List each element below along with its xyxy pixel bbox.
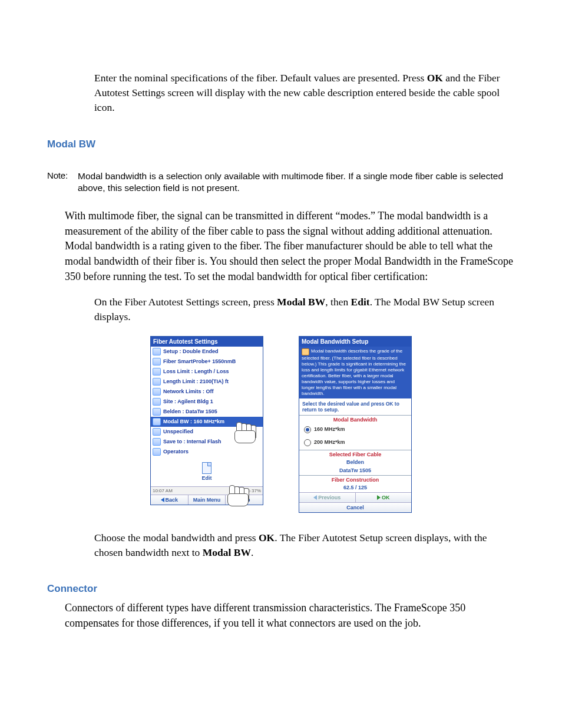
list-item: Loss Limit : Length / Loss	[151, 367, 263, 377]
radio-option: 200 MHz*km	[299, 437, 411, 450]
radio-icon	[304, 439, 311, 446]
list-item-label: Modal BW : 160 MHz*km	[163, 419, 224, 424]
list-item-label: Operators	[163, 449, 189, 454]
note-block: Note: Modal bandwidth is a selection onl…	[47, 170, 515, 195]
ok-keyword: OK	[259, 532, 275, 543]
info-box: Modal bandwidth describes the grade of t…	[299, 347, 411, 398]
section-heading-connector: Connector	[47, 583, 515, 595]
device-button-row: Back Main Menu Help	[151, 495, 263, 505]
battery-label: 49% 37%	[241, 488, 261, 493]
device-screenshot-right: Modal Bandwidth Setup Modal bandwidth de…	[299, 336, 412, 513]
note-text: Modal bandwidth is a selection only avai…	[78, 170, 515, 195]
loss-icon	[153, 368, 161, 375]
network-icon	[153, 388, 161, 396]
list-item-label: Length Limit : 2100(TIA) ft	[163, 378, 229, 384]
cable-model: DataTw 1505	[299, 467, 411, 475]
list-item-label: Save to : Internal Flash	[163, 439, 222, 444]
connector-paragraph: Connectors of different types have diffe…	[65, 601, 515, 631]
btn-label: Previous	[318, 495, 340, 500]
radio-label: 200 MHz*km	[314, 439, 345, 445]
list-item: Setup : Double Ended	[151, 347, 263, 357]
list-item: Network Limits : Off	[151, 387, 263, 397]
figure-row: Fiber Autotest Settings Setup : Double E…	[47, 336, 515, 513]
step3-part1: Enter the nominal specifications of the …	[94, 72, 427, 84]
setup-icon	[153, 348, 161, 355]
site-icon	[153, 398, 161, 406]
save-icon	[153, 438, 161, 446]
time-label: 10:07 AM	[153, 488, 173, 493]
operators-icon	[153, 448, 161, 456]
modalbw-keyword: Modal BW	[203, 546, 251, 558]
btn-label: OK	[382, 495, 390, 500]
ok-keyword: OK	[427, 72, 443, 84]
list-item: Site : Agilent Bldg 1	[151, 397, 263, 407]
list-item-label: Site : Agilent Bldg 1	[163, 398, 213, 404]
device-button-row: Cancel	[299, 502, 411, 512]
device-statusbar: 10:07 AM 49% 37%	[151, 486, 263, 495]
step2-text: Choose the modal bandwidth and press OK.…	[94, 531, 515, 560]
connector-icon	[153, 428, 161, 436]
list-item: Unspecified	[151, 427, 263, 437]
list-item-label: Unspecified	[163, 429, 193, 434]
fiber-size: 62.5 / 125	[299, 484, 411, 492]
triangle-left-icon	[161, 498, 164, 502]
section-heading: Modal Bandwidth	[299, 415, 411, 424]
radio-option: 160 MHz*km	[299, 424, 411, 437]
step2-part1: Choose the modal bandwidth and press	[94, 532, 259, 543]
list-item: Fiber SmartProbe+ 1550nmB	[151, 357, 263, 367]
info-icon	[302, 348, 309, 355]
device-screenshot-left: Fiber Autotest Settings Setup : Double E…	[150, 336, 263, 505]
list-item: Save to : Internal Flash	[151, 437, 263, 447]
step1-part2: , then	[325, 296, 351, 308]
length-icon	[153, 378, 161, 386]
document-page: Enter the nominal specifications of the …	[0, 0, 562, 689]
cancel-button: Cancel	[299, 503, 411, 512]
document-icon	[202, 462, 211, 474]
list-item-label: Fiber SmartProbe+ 1550nmB	[163, 358, 236, 364]
ok-button: OK	[356, 493, 412, 502]
list-item-label: Network Limits : Off	[163, 388, 214, 394]
list-item: Length Limit : 2100(TIA) ft	[151, 377, 263, 387]
device-title: Fiber Autotest Settings	[151, 337, 263, 347]
list-item-label: Setup : Double Ended	[163, 348, 219, 354]
list-item-label: Belden : DataTw 1505	[163, 409, 217, 414]
info-text: Modal bandwidth describes the grade of t…	[302, 348, 406, 396]
edit-label: Edit	[202, 475, 212, 481]
section-heading: Fiber Construction	[299, 475, 411, 484]
probe-icon	[153, 358, 161, 365]
note-label: Note:	[47, 170, 78, 195]
list-item: Belden : DataTw 1505	[151, 407, 263, 417]
device-button-row: Previous OK	[299, 492, 411, 502]
list-item: Operators	[151, 447, 263, 457]
device-title: Modal Bandwidth Setup	[299, 337, 411, 347]
back-button: Back	[151, 495, 189, 505]
step1-text: On the Fiber Autotest Settings screen, p…	[94, 295, 515, 324]
modal-bw-paragraph: With multimode fiber, the signal can be …	[65, 209, 515, 284]
figure-left-wrap: Fiber Autotest Settings Setup : Double E…	[150, 336, 263, 513]
triangle-right-icon	[377, 495, 381, 500]
btn-label: Back	[166, 497, 178, 503]
cable-icon	[153, 408, 161, 416]
triangle-left-icon	[313, 495, 317, 500]
radio-icon	[304, 426, 311, 433]
edit-keyword: Edit	[351, 296, 370, 308]
section-heading-modal-bw: Modal BW	[47, 139, 515, 150]
edit-area: Edit	[151, 457, 263, 486]
modalbw-icon	[153, 418, 161, 426]
cable-mfr: Belden	[299, 459, 411, 467]
help-button: Help	[226, 495, 263, 505]
list-item-label: Loss Limit : Length / Loss	[163, 368, 229, 374]
instruction-text: Select the desired value and press OK to…	[299, 398, 411, 415]
previous-button: Previous	[299, 493, 356, 502]
section-heading: Selected Fiber Cable	[299, 450, 411, 459]
step1-part1: On the Fiber Autotest Settings screen, p…	[94, 296, 277, 308]
step-text: Enter the nominal specifications of the …	[94, 71, 515, 115]
list-item-selected: Modal BW : 160 MHz*km	[151, 417, 263, 427]
radio-label: 160 MHz*km	[314, 426, 345, 432]
main-menu-button: Main Menu	[189, 495, 226, 505]
step2-part3: .	[251, 546, 253, 558]
figure-right-wrap: Modal Bandwidth Setup Modal bandwidth de…	[299, 336, 412, 513]
modalbw-keyword: Modal BW	[277, 296, 325, 308]
